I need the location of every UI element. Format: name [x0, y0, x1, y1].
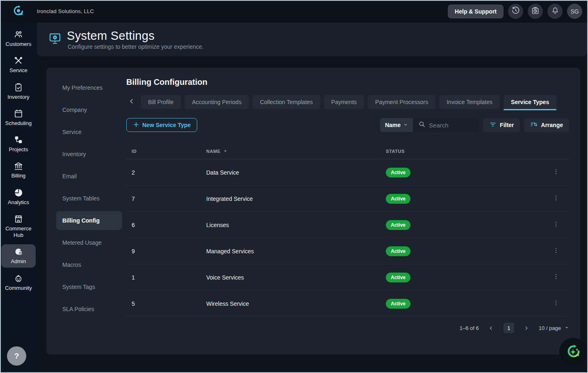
- tab-accounting-periods[interactable]: Accounting Periods: [185, 95, 249, 109]
- row-actions-menu-button[interactable]: [549, 166, 563, 179]
- sidebar-item-label: Scheduling: [5, 120, 32, 127]
- tab-service-types[interactable]: Service Types: [504, 95, 556, 109]
- sidebar-item-admin[interactable]: Admin: [1, 244, 36, 267]
- user-avatar[interactable]: SG: [567, 4, 582, 19]
- kebab-icon: [553, 195, 559, 203]
- cell-id: 6: [126, 222, 201, 228]
- admin-badge-icon: [14, 247, 23, 257]
- sidebar-item-billing[interactable]: Billing: [1, 159, 36, 182]
- history-button[interactable]: [508, 4, 523, 19]
- help-support-button[interactable]: Help & Support: [448, 5, 504, 18]
- table-row[interactable]: 7 Integrated Service Active: [126, 186, 569, 212]
- time-clock-button[interactable]: [528, 4, 543, 19]
- table-row[interactable]: 2 Data Service Active: [126, 159, 569, 186]
- cell-name: Licenses: [201, 222, 381, 228]
- settings-nav-my-preferences[interactable]: My Preferences: [56, 77, 122, 99]
- billing-config-tabs: Bill Profile Accounting Periods Collecti…: [126, 95, 569, 109]
- column-header-status[interactable]: STATUS: [381, 149, 549, 154]
- row-actions-menu-button[interactable]: [549, 218, 563, 232]
- pagination-page-1[interactable]: 1: [504, 323, 514, 333]
- search-box: [413, 118, 479, 132]
- kebab-icon: [553, 273, 559, 282]
- table-row[interactable]: 6 Licenses Active: [126, 212, 569, 238]
- row-actions-menu-button[interactable]: [549, 192, 563, 205]
- notifications-button[interactable]: [547, 4, 563, 19]
- chevron-left-icon: [128, 98, 135, 106]
- search-input[interactable]: [429, 122, 470, 129]
- toolbar-right: Name Filter: [380, 118, 569, 132]
- settings-nav-sla-policies[interactable]: SLA Policies: [56, 298, 122, 320]
- cell-name: Wireless Service: [201, 300, 381, 307]
- table-row[interactable]: 9 Managed Services Active: [126, 238, 569, 264]
- cell-id: 5: [126, 300, 201, 307]
- new-service-type-label: New Service Type: [142, 122, 191, 128]
- settings-nav-email[interactable]: Email: [56, 165, 122, 187]
- app-logo-icon: [12, 5, 25, 18]
- storefront-icon: [14, 214, 23, 224]
- row-actions-menu-button[interactable]: [549, 297, 563, 310]
- tab-payments[interactable]: Payments: [324, 95, 364, 109]
- row-actions-menu-button[interactable]: [549, 271, 563, 284]
- arrange-button[interactable]: Arrange: [524, 118, 569, 132]
- sidebar: Customers Service Inventory Schedul: [0, 23, 37, 373]
- sidebar-item-projects[interactable]: Projects: [1, 132, 36, 155]
- search-field-value: Name: [385, 122, 401, 128]
- cell-name: Managed Services: [201, 248, 381, 255]
- billing-configuration-section: Billing Configuration Bill Profile Accou…: [126, 68, 580, 355]
- new-service-type-button[interactable]: New Service Type: [126, 118, 197, 132]
- tab-bill-profile[interactable]: Bill Profile: [141, 95, 181, 109]
- sidebar-item-customers[interactable]: Customers: [1, 27, 36, 50]
- arrange-label: Arrange: [541, 122, 563, 128]
- search-field-dropdown[interactable]: Name: [380, 118, 413, 132]
- filter-button[interactable]: Filter: [483, 118, 520, 132]
- assistant-sparkle-icon: [566, 343, 581, 360]
- tab-invoice-templates[interactable]: Invoice Templates: [439, 95, 500, 109]
- pagination-prev-button[interactable]: [486, 323, 496, 333]
- assistant-fab-button[interactable]: [559, 338, 588, 366]
- cell-status: Active: [381, 246, 549, 256]
- column-header-name[interactable]: NAME: [201, 148, 381, 154]
- table-row[interactable]: 5 Wireless Service Active: [126, 291, 569, 317]
- page-header-text: System Settings Configure settings to be…: [67, 29, 204, 50]
- settings-nav-billing-config[interactable]: Billing Config: [56, 211, 122, 230]
- settings-nav-system-tables[interactable]: System Tables: [56, 187, 122, 209]
- sidebar-item-commerce-hub[interactable]: Commerce Hub: [1, 212, 36, 241]
- community-face-icon: [14, 273, 23, 283]
- settings-nav-system-tags[interactable]: System Tags: [56, 276, 122, 298]
- page-size-selector[interactable]: 10 / page: [539, 325, 569, 331]
- calendar-icon: [14, 109, 23, 118]
- cell-status: Active: [381, 194, 549, 204]
- settings-nav-macros[interactable]: Macros: [56, 254, 122, 276]
- page-header: System Settings Configure settings to be…: [37, 23, 587, 56]
- sidebar-item-service[interactable]: Service: [1, 53, 36, 76]
- app-logo[interactable]: [0, 5, 37, 18]
- settings-nav-metered-usage[interactable]: Metered Usage: [56, 232, 122, 254]
- tabs-scroll-left-button[interactable]: [126, 95, 137, 109]
- pagination-range: 1–6 of 6: [460, 325, 479, 331]
- sidebar-item-inventory[interactable]: Inventory: [1, 80, 36, 103]
- sidebar-item-label: Admin: [11, 258, 26, 265]
- kebab-icon: [553, 247, 559, 255]
- table-row[interactable]: 1 Voice Services Active: [126, 264, 569, 291]
- sidebar-item-community[interactable]: Community: [1, 271, 36, 294]
- pagination-next-button[interactable]: [522, 323, 531, 333]
- tab-collection-templates[interactable]: Collection Templates: [253, 95, 320, 109]
- sidebar-item-analytics[interactable]: Analytics: [1, 185, 36, 208]
- kebab-icon: [553, 221, 559, 229]
- tools-icon: [14, 56, 23, 66]
- sidebar-item-scheduling[interactable]: Scheduling: [1, 106, 36, 129]
- sort-arrange-icon: [530, 121, 538, 130]
- cell-id: 7: [126, 196, 201, 202]
- page-subtitle: Configure settings to better optimize yo…: [68, 43, 204, 50]
- settings-nav-inventory[interactable]: Inventory: [56, 143, 122, 165]
- column-header-id[interactable]: ID: [126, 149, 201, 154]
- sidebar-item-label: Community: [5, 285, 32, 291]
- sidebar-item-label: Billing: [11, 173, 26, 179]
- settings-nav-service[interactable]: Service: [56, 121, 122, 143]
- help-fab-button[interactable]: ?: [7, 346, 26, 366]
- caret-down-icon: [564, 325, 569, 331]
- settings-nav-company[interactable]: Company: [56, 99, 122, 121]
- row-actions-menu-button[interactable]: [549, 245, 563, 258]
- status-badge: Active: [386, 194, 410, 204]
- tab-payment-processors[interactable]: Payment Processors: [368, 95, 435, 109]
